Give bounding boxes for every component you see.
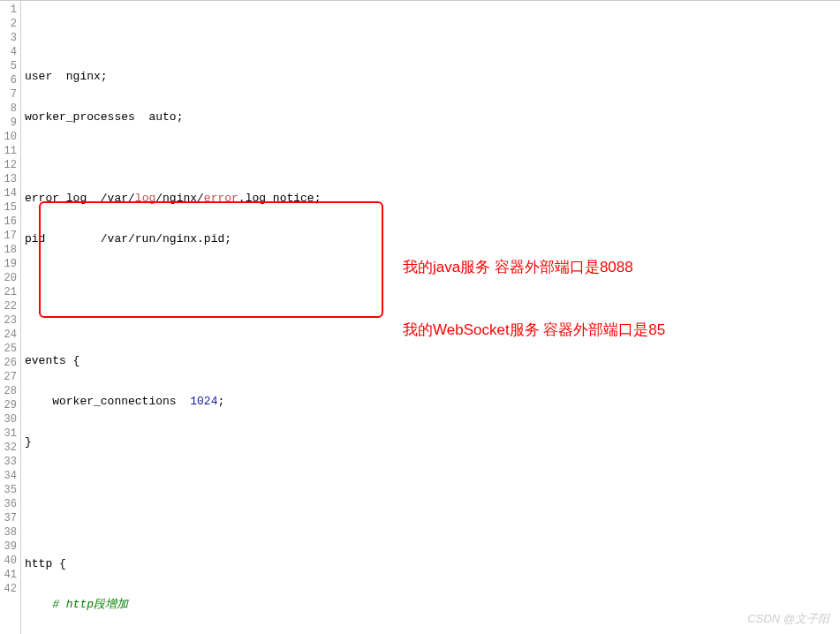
tok: user nginx;	[25, 70, 108, 83]
line-number: 26	[0, 356, 20, 370]
code-line: worker_processes auto;	[25, 110, 840, 125]
line-number: 2	[0, 17, 20, 31]
line-number: 37	[0, 511, 20, 525]
tok-comment: # http段增加	[25, 598, 128, 611]
line-number: 23	[0, 313, 20, 328]
tok: }	[25, 435, 32, 449]
line-number: 7	[0, 87, 20, 102]
tok: error_log /var/	[25, 192, 135, 205]
code-line	[25, 476, 840, 490]
code-line: worker_connections 1024;	[25, 395, 840, 409]
annotation-line: 我的java服务 容器外部端口是8088	[403, 257, 665, 278]
line-number: 32	[0, 441, 20, 455]
code-line: # http段增加	[25, 598, 840, 612]
line-number: 28	[0, 384, 20, 398]
code-line: }	[25, 435, 840, 449]
tok: http {	[25, 557, 66, 570]
line-number: 21	[0, 285, 20, 299]
line-number: 19	[0, 257, 20, 271]
line-number: 14	[0, 186, 20, 200]
code-editor: 1234567891011121314151617181920212223242…	[0, 0, 840, 634]
line-number: 1	[0, 3, 20, 17]
line-number: 40	[0, 554, 20, 568]
line-number: 8	[0, 102, 20, 116]
line-number: 4	[0, 45, 20, 59]
line-number: 12	[0, 158, 20, 172]
line-number: 9	[0, 116, 20, 130]
code-line: user nginx;	[25, 70, 840, 84]
line-number: 31	[0, 426, 20, 441]
tok: worker_connections	[25, 395, 190, 408]
line-number: 39	[0, 540, 20, 554]
highlight-box	[39, 201, 383, 318]
line-number: 3	[0, 31, 20, 45]
line-number: 13	[0, 172, 20, 186]
line-number: 33	[0, 455, 20, 469]
line-number: 41	[0, 568, 20, 582]
line-number: 5	[0, 59, 20, 73]
code-line	[25, 517, 840, 531]
code-line	[25, 151, 840, 165]
line-number: 30	[0, 412, 20, 426]
line-number: 22	[0, 299, 20, 313]
line-number: 11	[0, 144, 20, 158]
line-number: 34	[0, 469, 20, 483]
code-line: error_log /var/log/nginx/error.log notic…	[25, 192, 840, 206]
line-number: 36	[0, 497, 20, 511]
tok: 1024	[190, 395, 217, 408]
tok: .log notice;	[238, 192, 322, 205]
line-number: 42	[0, 582, 20, 596]
line-number: 6	[0, 73, 20, 87]
tok: worker_processes auto;	[25, 110, 183, 124]
tok: events {	[25, 354, 79, 367]
line-number: 20	[0, 271, 20, 285]
code-line	[25, 29, 840, 43]
line-number: 27	[0, 370, 20, 384]
line-number: 10	[0, 130, 20, 144]
code-line: http {	[25, 557, 840, 571]
line-number-gutter: 1234567891011121314151617181920212223242…	[0, 1, 21, 634]
tok: pid /var/run/nginx.pid;	[25, 232, 231, 245]
tok: error	[204, 192, 238, 205]
tok: log	[135, 192, 155, 205]
line-number: 16	[0, 215, 20, 229]
line-number: 38	[0, 525, 20, 540]
tok: /nginx/	[155, 192, 204, 205]
line-number: 17	[0, 229, 20, 243]
tok: ;	[217, 395, 224, 408]
annotation-text: 我的java服务 容器外部端口是8088 我的WebSocket服务 容器外部端…	[403, 215, 665, 382]
line-number: 18	[0, 243, 20, 257]
code-area[interactable]: user nginx; worker_processes auto; error…	[21, 1, 840, 634]
line-number: 29	[0, 398, 20, 412]
line-number: 35	[0, 483, 20, 497]
watermark: CSDN @文子阳	[747, 611, 829, 627]
line-number: 24	[0, 328, 20, 342]
line-number: 15	[0, 200, 20, 215]
annotation-line: 我的WebSocket服务 容器外部端口是85	[403, 320, 665, 341]
line-number: 25	[0, 342, 20, 356]
